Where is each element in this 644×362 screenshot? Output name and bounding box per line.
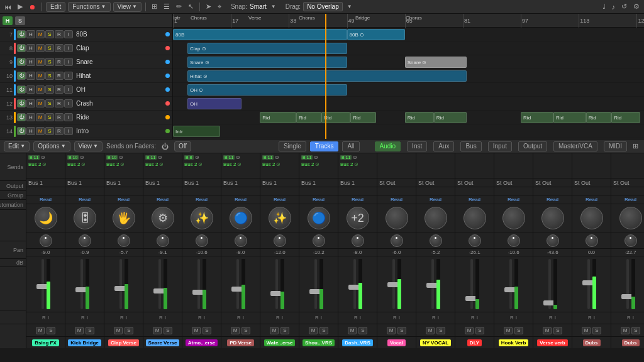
r-button[interactable]: R: [55, 58, 64, 66]
i-button[interactable]: I: [126, 315, 127, 321]
ch-automation[interactable]: Read: [377, 195, 416, 204]
all-tab[interactable]: All: [342, 141, 359, 151]
arrangement-clip[interactable]: Hihat ⊙: [187, 70, 467, 82]
pan-knob[interactable]: [625, 234, 637, 247]
r-button[interactable]: R: [55, 127, 64, 135]
grid-icon[interactable]: ⊞: [150, 3, 159, 11]
track-row[interactable]: 15 ⏻ H M S R I PD: [0, 138, 172, 139]
view-button[interactable]: View ▼: [113, 2, 142, 12]
r-button[interactable]: R: [315, 315, 319, 321]
ch-automation[interactable]: Read: [416, 195, 455, 204]
h-btn[interactable]: H: [26, 30, 35, 38]
r-button[interactable]: R: [549, 315, 553, 321]
r-button[interactable]: R: [198, 315, 202, 321]
ch-plugin-area[interactable]: [377, 204, 416, 233]
arrangement-clip[interactable]: OH ⊙: [187, 84, 347, 96]
solo-button[interactable]: S: [45, 85, 54, 94]
arrangement-clip[interactable]: Rid: [553, 112, 586, 123]
i-button[interactable]: I: [633, 315, 634, 321]
mute-button[interactable]: M: [36, 327, 45, 334]
sends-power-icon[interactable]: ⏻: [160, 143, 170, 150]
arrangement-clip[interactable]: 80B ⊙: [347, 29, 405, 40]
solo-button[interactable]: S: [45, 99, 54, 107]
ch-plugin-area[interactable]: [533, 204, 572, 233]
i-button[interactable]: I: [516, 315, 517, 321]
solo-button[interactable]: S: [125, 327, 133, 334]
h-button[interactable]: H: [3, 16, 13, 25]
mastervca-tab[interactable]: Master/VCA: [553, 141, 597, 151]
ch-plugin-area[interactable]: 🎛: [65, 204, 104, 233]
solo-button[interactable]: S: [47, 327, 55, 334]
arrangement-row[interactable]: OH ⊙: [173, 83, 644, 97]
ch-automation[interactable]: Read: [611, 195, 644, 204]
rewind-icon[interactable]: ⏮: [3, 3, 13, 11]
r-button[interactable]: R: [55, 44, 64, 52]
ch-plugin-area[interactable]: [455, 204, 494, 233]
r-button[interactable]: R: [55, 113, 64, 121]
h-btn[interactable]: H: [26, 85, 35, 94]
mute-button[interactable]: M: [309, 327, 318, 334]
arrangement-clip[interactable]: Rid: [521, 112, 553, 123]
track-row[interactable]: 14 ⏻ H M S R I Intro: [0, 124, 172, 138]
ch-automation[interactable]: Read: [533, 195, 572, 204]
solo-button[interactable]: S: [203, 327, 211, 334]
mute-button[interactable]: M: [621, 327, 630, 334]
pan-knob[interactable]: [157, 234, 169, 247]
r-button[interactable]: R: [354, 315, 358, 321]
i-button[interactable]: I: [438, 315, 439, 321]
i-button[interactable]: I: [399, 315, 400, 321]
mute-button[interactable]: M: [36, 30, 45, 38]
mixer-options-button[interactable]: Options ▼: [33, 141, 70, 151]
arrangement-clip[interactable]: Rid: [350, 112, 375, 123]
r-button[interactable]: R: [237, 315, 241, 321]
i-button[interactable]: I: [87, 315, 88, 321]
mute-button[interactable]: M: [36, 127, 45, 135]
arrangement-clip[interactable]: OH: [187, 98, 242, 109]
aux-tab[interactable]: Aux: [433, 141, 454, 151]
solo-button[interactable]: S: [514, 327, 523, 334]
pan-knob[interactable]: [508, 234, 520, 247]
arrangement-clip[interactable]: Rid: [611, 112, 640, 123]
ch-automation[interactable]: Read: [104, 195, 143, 204]
pan-knob[interactable]: [40, 234, 52, 247]
i-button[interactable]: I: [64, 99, 73, 107]
r-button[interactable]: R: [120, 315, 124, 321]
mute-button[interactable]: M: [465, 327, 474, 334]
r-button[interactable]: R: [588, 315, 592, 321]
off-button[interactable]: Off: [174, 141, 191, 151]
pencil-icon[interactable]: ✏: [174, 3, 184, 11]
ch-automation[interactable]: Read: [494, 195, 533, 204]
pan-knob[interactable]: [547, 234, 559, 247]
list-icon[interactable]: ☰: [162, 3, 172, 11]
cursor-icon[interactable]: ↖: [186, 3, 196, 11]
i-button[interactable]: I: [48, 315, 49, 321]
i-button[interactable]: I: [594, 315, 595, 321]
mixer-edit-button[interactable]: Edit ▼: [4, 141, 30, 151]
ch-automation[interactable]: Read: [572, 195, 611, 204]
pan-knob[interactable]: [430, 234, 442, 247]
pan-knob[interactable]: [391, 234, 403, 247]
snap-chevron-icon[interactable]: ▼: [269, 4, 278, 9]
arrangement-clip[interactable]: 80B: [173, 29, 347, 40]
solo-button[interactable]: S: [592, 327, 601, 334]
power-button[interactable]: ⏻: [17, 113, 26, 121]
arrangement-row[interactable]: AtmAtmAtmAtmAtmAtmAtmAtmAtmAtmAtm: [173, 138, 644, 139]
solo-button[interactable]: S: [553, 327, 562, 334]
i-button[interactable]: I: [243, 315, 244, 321]
solo-button[interactable]: S: [436, 327, 445, 334]
input-tab[interactable]: Input: [488, 141, 512, 151]
tracks-tab[interactable]: Tracks: [310, 141, 339, 151]
i-button[interactable]: I: [555, 315, 556, 321]
arrangement-row[interactable]: Clap ⊙: [173, 41, 644, 55]
bus-tab[interactable]: Bus: [460, 141, 481, 151]
r-button[interactable]: R: [159, 315, 163, 321]
power-button[interactable]: ⏻: [17, 127, 26, 135]
solo-button[interactable]: S: [45, 58, 54, 66]
i-button[interactable]: I: [64, 44, 73, 52]
cycle-icon[interactable]: ↺: [619, 3, 629, 11]
r-button[interactable]: R: [42, 315, 46, 321]
edit-button[interactable]: Edit: [46, 2, 65, 12]
mixer-grid-icon[interactable]: ⊞: [631, 142, 640, 150]
power-button[interactable]: ⏻: [17, 30, 26, 38]
h-btn[interactable]: H: [26, 58, 35, 66]
